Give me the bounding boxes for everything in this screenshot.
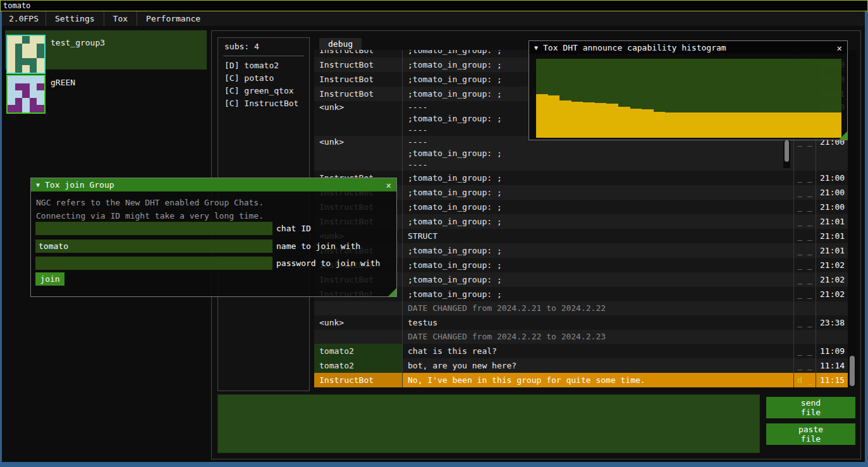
message-text: bot, are you new here? <box>408 361 517 370</box>
avatar-pixel <box>30 90 37 98</box>
message-text: ;tomato_in_group: ; <box>408 75 502 84</box>
tab-debug[interactable]: debug <box>319 38 362 50</box>
message-row[interactable]: <unk>testus_ _23:38 <box>314 315 848 330</box>
send-file-button[interactable]: send file <box>766 397 855 418</box>
close-icon[interactable]: ✕ <box>386 178 391 191</box>
message-text-cell: ---- ;tomato_in_group: ; ---- <box>403 136 794 171</box>
chat-scrollbar-track[interactable] <box>848 50 857 387</box>
message-time: 11:09 <box>820 346 845 356</box>
message-time: 21:00 <box>820 173 845 183</box>
window-frame-bottom <box>0 462 868 467</box>
message-text-cell: chat is this real? <box>403 344 794 358</box>
join-info-line2: Connecting via ID might take a very long… <box>36 211 264 221</box>
message-row[interactable]: DATE CHANGED from 2024.2.22 to 2024.2.23 <box>314 330 848 344</box>
message-time-cell: 21:02 <box>816 258 847 272</box>
message-flags: _ _ <box>797 217 812 226</box>
subs-member-list: [D] tomato2[C] potato[C] green_qtox[C] I… <box>224 59 298 110</box>
histogram-bar <box>724 112 736 138</box>
message-flags-cell: d _ <box>794 373 816 387</box>
window-title-bar[interactable]: tomato <box>0 0 868 11</box>
message-flags-cell: _ _ <box>794 287 816 301</box>
join-group-window[interactable]: ▼ Tox join Group ✕ NGC refers to the New… <box>30 178 397 297</box>
message-flags-cell: _ _ <box>794 171 816 185</box>
avatar-pixel <box>30 44 37 51</box>
avatar-pixel <box>30 36 37 44</box>
histogram-bar <box>712 112 724 138</box>
message-flags-cell: _ _ <box>794 136 816 171</box>
menu-item-tox[interactable]: Tox <box>104 11 137 26</box>
message-sender: InstructBot <box>319 75 374 84</box>
message-text-cell: ;tomato_in_group: ; <box>403 171 794 185</box>
collapse-icon[interactable]: ▼ <box>534 44 538 51</box>
message-cell-scrollbar-handle[interactable] <box>785 140 789 162</box>
message-flags-cell: _ _ <box>794 229 816 243</box>
join-info-line1: NGC refers to the New DHT enabled Group … <box>36 198 264 207</box>
message-flags: d _ <box>797 375 812 385</box>
resize-grip[interactable] <box>388 288 396 296</box>
window-frame-left <box>0 11 2 467</box>
dht-histogram-window[interactable]: ▼ Tox DHT announce capability histogram … <box>529 40 848 140</box>
avatar-pixel <box>8 90 15 98</box>
group-row-test_group3[interactable]: test_group3 <box>5 30 207 70</box>
message-sender: tomato2 <box>319 361 354 370</box>
message-time-cell: 21:01 <box>816 243 847 258</box>
subs-count-label: subs: 4 <box>224 42 259 51</box>
message-text-cell: ;tomato_in_group: ; <box>403 185 794 200</box>
close-icon[interactable]: ✕ <box>837 41 842 54</box>
resize-grip[interactable] <box>839 131 847 140</box>
join-password-input[interactable] <box>35 257 272 270</box>
message-text-cell: ;tomato_in_group: ; <box>403 243 794 258</box>
avatar-pixel <box>37 51 44 58</box>
message-time: 23:38 <box>820 318 845 327</box>
message-flags: _ _ <box>797 346 812 356</box>
message-name-cell: tomato2 <box>314 358 403 373</box>
message-text: ;tomato_in_group: ; <box>408 275 502 284</box>
composer-input[interactable] <box>217 394 760 453</box>
message-flags-cell: _ _ <box>794 344 816 358</box>
message-row[interactable]: <unk>---- ;tomato_in_group: ; ----_ _21:… <box>314 136 848 171</box>
join-password-input-label: password to join with <box>276 257 380 270</box>
message-flags: _ _ <box>797 318 812 327</box>
message-row[interactable]: InstructBotNo, I've been in this group f… <box>314 373 848 387</box>
message-flags: _ _ <box>797 260 812 270</box>
message-text: No, I've been in this group for quite so… <box>408 375 645 385</box>
message-text: ;tomato_in_group: ; <box>408 188 502 197</box>
message-text-cell: testus <box>403 315 794 330</box>
paste-file-button[interactable]: paste file <box>766 423 855 445</box>
avatar-pixel <box>15 44 23 51</box>
message-row[interactable]: DATE CHANGED from 2024.2.21 to 2024.2.22 <box>314 301 848 315</box>
avatar-pixel <box>15 98 23 106</box>
avatar-pixel <box>37 83 44 91</box>
avatar-pixel <box>30 58 37 66</box>
window-frame-right <box>865 11 868 467</box>
avatar-pixel <box>8 58 15 66</box>
avatar-pixel <box>8 51 15 58</box>
avatar-pixel <box>37 36 44 44</box>
menu-items: SettingsToxPerformance <box>46 11 209 26</box>
histogram-bar <box>818 112 830 138</box>
message-sender: <unk> <box>319 137 344 147</box>
message-row[interactable]: tomato2chat is this real?_ _11:09 <box>314 344 848 358</box>
app-window: tomato 2.0FPS SettingsToxPerformance tes… <box>0 0 868 467</box>
chat-id-input[interactable] <box>35 222 272 235</box>
join-button[interactable]: join <box>35 272 64 286</box>
join-name-input[interactable] <box>35 240 272 253</box>
message-row[interactable]: tomato2bot, are you new here?_ _11:14 <box>314 358 848 373</box>
join-name-input-label: name to join with <box>276 240 360 253</box>
dht-histogram-plot <box>536 59 841 138</box>
group-row-gREEN[interactable]: gREEN <box>5 70 207 109</box>
message-name-cell: tomato2 <box>314 344 403 358</box>
message-flags-cell: _ _ <box>794 185 816 200</box>
join-group-titlebar[interactable]: ▼ Tox join Group ✕ <box>31 178 396 191</box>
avatar-pixel <box>37 98 44 106</box>
menu-item-settings[interactable]: Settings <box>46 11 104 26</box>
dht-histogram-titlebar[interactable]: ▼ Tox DHT announce capability histogram … <box>529 41 847 54</box>
message-sender: InstructBot <box>319 60 374 70</box>
menu-bar: 2.0FPS SettingsToxPerformance <box>2 11 865 26</box>
collapse-icon[interactable]: ▼ <box>36 181 40 188</box>
chat-scrollbar-handle[interactable] <box>850 356 855 386</box>
histogram-bar <box>736 112 748 138</box>
message-sender: InstructBot <box>319 375 374 385</box>
message-cell-scrollbar-track[interactable] <box>783 136 790 168</box>
menu-item-performance[interactable]: Performance <box>137 11 209 26</box>
